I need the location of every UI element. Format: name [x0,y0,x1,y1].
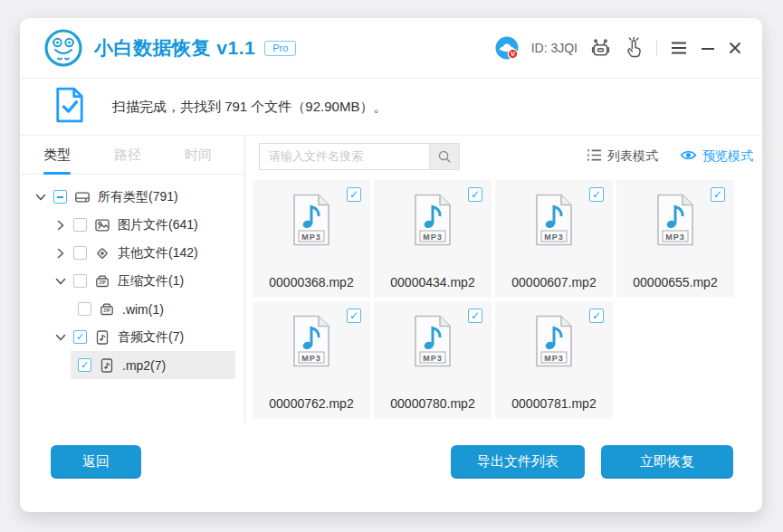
footer-bar: 返回 导出文件列表 立即恢复 [20,423,762,512]
search-button[interactable] [429,143,460,170]
preview-mode-toggle[interactable]: 预览模式 [680,148,753,165]
file-name: 00000781.mp2 [495,396,613,411]
file-card[interactable]: MP300000368.mp2 [253,180,370,298]
service-robot-icon[interactable] [590,38,611,59]
caret-right-icon[interactable] [54,219,67,232]
file-card[interactable]: MP300000434.mp2 [374,180,492,298]
drive-icon [74,189,91,205]
file-checkbox[interactable] [468,309,482,323]
eye-icon [680,149,697,164]
tree-checkbox[interactable] [73,218,87,232]
user-id-label: ID: 3JQI [531,41,578,55]
list-mode-icon [587,148,602,165]
audio-icon [94,329,110,346]
file-card[interactable]: MP300000607.mp2 [495,180,613,298]
file-checkbox[interactable] [711,187,725,202]
minimize-button[interactable] [701,41,715,55]
mp3-file-icon: MP3 [291,315,332,371]
file-card[interactable]: MP300000781.mp2 [495,301,613,419]
caret-right-icon[interactable] [54,247,67,260]
recover-now-button[interactable]: 立即恢复 [601,445,733,479]
mp3-file-icon: MP3 [533,194,575,250]
tree-item-label: .wim(1) [122,302,164,317]
caret-down-icon[interactable] [54,275,67,288]
mp3-file-icon: MP3 [412,194,454,250]
file-checkbox[interactable] [589,187,604,202]
tab-type[interactable]: 类型 [43,136,71,174]
caret-down-icon[interactable] [54,331,67,344]
tree-checkbox[interactable] [73,274,87,288]
tree-checkbox[interactable] [78,302,91,316]
title-bar: 小白数据恢复 v1.1 Pro V ID: 3JQI [20,18,762,79]
app-window: 小白数据恢复 v1.1 Pro V ID: 3JQI [20,18,762,512]
file-checkbox[interactable] [589,309,604,323]
tree-item[interactable]: 其他文件(142) [20,239,244,267]
svg-text:ZIP: ZIP [103,309,110,313]
header-divider [656,40,657,56]
file-card[interactable]: MP300000762.mp2 [253,301,370,419]
tree-item-label: 图片文件(641) [118,217,198,233]
tab-path[interactable]: 路径 [114,136,141,174]
export-file-list-button[interactable]: 导出文件列表 [451,445,585,479]
tutorial-touch-icon[interactable] [624,37,644,59]
content-toolbar: 列表模式 预览模式 [245,136,762,176]
user-avatar[interactable]: V [495,36,519,60]
svg-text:MP3: MP3 [544,354,564,363]
file-tree: 所有类型(791)图片文件(641)其他文件(142)ZIP压缩文件(1)ZIP… [20,175,244,379]
audio-icon [99,357,115,374]
file-grid: MP300000368.mp2MP300000434.mp2MP30000060… [245,176,762,419]
file-name: 00000607.mp2 [495,275,613,290]
close-button[interactable] [728,41,742,55]
tree-item[interactable]: .mp2(7) [71,351,235,379]
back-button[interactable]: 返回 [51,445,141,479]
tree-item-label: 其他文件(142) [118,245,198,261]
file-checkbox[interactable] [347,187,361,202]
tree-item[interactable]: 所有类型(791) [20,183,244,211]
scan-complete-icon [54,87,85,127]
scan-result-banner: 扫描完成，共找到 791 个文件（92.90MB）。 [20,79,762,136]
tree-item[interactable]: ZIP.wim(1) [71,295,235,323]
list-mode-label: 列表模式 [607,148,658,165]
caret-down-icon[interactable] [34,191,47,204]
tab-label: 路径 [114,147,141,164]
mp3-file-icon: MP3 [412,315,454,371]
mp3-file-icon: MP3 [291,194,332,250]
file-checkbox[interactable] [347,309,361,323]
file-card[interactable]: MP300000655.mp2 [616,180,734,298]
svg-text:MP3: MP3 [665,233,685,242]
file-name: 00000368.mp2 [253,275,370,290]
tab-label: 时间 [185,147,212,164]
list-mode-toggle[interactable]: 列表模式 [587,148,658,165]
mp3-file-icon: MP3 [654,194,696,250]
tree-item[interactable]: ZIP压缩文件(1) [20,267,244,295]
tree-item-label: 压缩文件(1) [118,273,184,290]
tree-checkbox[interactable] [53,190,67,204]
svg-text:ZIP: ZIP [99,280,106,285]
tab-time[interactable]: 时间 [185,136,212,174]
content-panel: 列表模式 预览模式 MP300000368.mp2MP300000434.mp2… [245,136,762,423]
file-checkbox[interactable] [468,187,482,202]
tab-label: 类型 [43,147,71,164]
mp3-file-icon: MP3 [533,315,575,371]
sidebar-tabs: 类型路径时间 [20,136,244,175]
zip-icon: ZIP [94,273,110,290]
tree-item[interactable]: 音频文件(7) [20,323,244,351]
tree-item-label: 所有类型(791) [98,189,178,205]
search-input[interactable] [259,143,429,170]
file-name: 00000434.mp2 [374,275,492,290]
tree-item[interactable]: 图片文件(641) [20,211,244,239]
svg-text:MP3: MP3 [544,233,564,242]
menu-button[interactable] [670,41,688,55]
zip-icon: ZIP [99,301,115,318]
app-title: 小白数据恢复 v1.1 [94,35,255,61]
sidebar: 类型路径时间 所有类型(791)图片文件(641)其他文件(142)ZIP压缩文… [20,136,245,423]
tree-checkbox[interactable] [73,246,87,260]
search-box [259,143,460,170]
tree-checkbox[interactable] [78,358,91,372]
file-card[interactable]: MP300000780.mp2 [374,301,492,419]
tree-item-label: 音频文件(7) [118,329,184,346]
svg-text:MP3: MP3 [301,233,321,242]
svg-text:MP3: MP3 [301,354,321,363]
tree-checkbox[interactable] [73,330,87,344]
file-name: 00000762.mp2 [253,396,370,411]
